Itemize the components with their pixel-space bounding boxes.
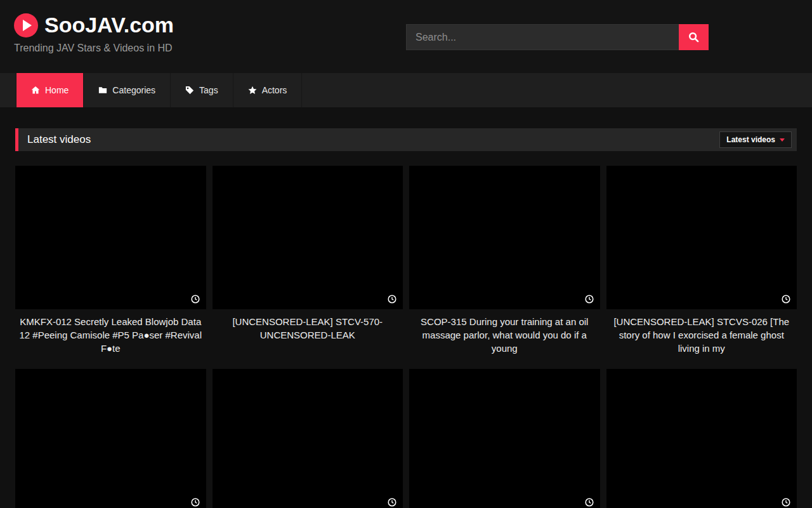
play-triangle-icon xyxy=(23,20,32,31)
video-thumbnail[interactable] xyxy=(606,166,797,309)
video-grid: KMKFX-012 Secretly Leaked Blowjob Data 1… xyxy=(15,166,797,508)
video-card: [UNCENSORED-LEAK] STCVS-026 [The story o… xyxy=(606,166,797,355)
section-header: Latest videos Latest videos xyxy=(15,128,797,151)
search-icon xyxy=(688,32,699,43)
tag-icon xyxy=(185,86,194,95)
video-card: [UNCENSORED-LEAK] MXGS-1296 Absolutely xyxy=(213,369,403,508)
search-button[interactable] xyxy=(679,24,709,50)
nav-item-tags[interactable]: Tags xyxy=(171,73,233,107)
clock-icon xyxy=(191,498,200,507)
clock-icon xyxy=(388,498,396,507)
play-logo-icon xyxy=(14,13,38,37)
search-form xyxy=(406,24,709,50)
sort-dropdown-label: Latest videos xyxy=(726,135,775,144)
video-thumbnail[interactable] xyxy=(606,369,797,508)
video-thumbnail[interactable] xyxy=(409,369,600,508)
chevron-down-icon xyxy=(780,138,785,142)
clock-icon xyxy=(782,295,790,304)
video-title[interactable]: KMKFX-012 Secretly Leaked Blowjob Data 1… xyxy=(18,315,204,355)
video-title[interactable]: [UNCENSORED-LEAK] STCV-570-UNCENSORED-LE… xyxy=(215,315,401,342)
video-title[interactable]: SCOP-315 During your training at an oil … xyxy=(412,315,598,355)
nav-item-label: Categories xyxy=(112,85,155,95)
video-card: [UNCENSORED-LEAK] STCV-570-UNCENSORED-LE… xyxy=(213,166,403,355)
main-nav: Home Categories Tags Actors xyxy=(0,73,812,107)
section-title: Latest videos xyxy=(27,133,719,146)
video-card: [UNCENSORED-LEAK] MLA-231 [3 shots in xyxy=(409,369,600,508)
video-card: SCOP-315 During your training at an oil … xyxy=(409,166,600,355)
clock-icon xyxy=(388,295,396,304)
video-title[interactable]: [UNCENSORED-LEAK] STCVS-026 [The story o… xyxy=(609,315,795,355)
video-thumbnail[interactable] xyxy=(15,369,206,508)
site-title[interactable]: SooJAV.com xyxy=(44,13,174,37)
site-tagline: Trending JAV Stars & Videos in HD xyxy=(14,43,174,54)
site-header: SooJAV.com Trending JAV Stars & Videos i… xyxy=(0,0,812,73)
search-input[interactable] xyxy=(406,24,679,50)
nav-item-categories[interactable]: Categories xyxy=(84,73,171,107)
clock-icon xyxy=(585,295,594,304)
nav-item-label: Home xyxy=(45,85,69,95)
folder-icon xyxy=(98,86,107,95)
nav-item-home[interactable]: Home xyxy=(16,73,84,107)
brand[interactable]: SooJAV.com Trending JAV Stars & Videos i… xyxy=(14,13,174,54)
nav-item-label: Actors xyxy=(262,85,287,95)
video-card: NAMH-042 H Cup Big Tits Newcomer (170cm … xyxy=(15,369,206,508)
video-thumbnail[interactable] xyxy=(409,166,600,309)
sort-dropdown[interactable]: Latest videos xyxy=(719,131,792,148)
home-icon xyxy=(31,86,40,95)
nav-item-label: Tags xyxy=(199,85,218,95)
video-thumbnail[interactable] xyxy=(213,369,403,508)
star-icon xyxy=(248,86,257,95)
video-card: URSM-186 Girl @ Ero Alice xyxy=(606,369,797,508)
clock-icon xyxy=(191,295,200,304)
clock-icon xyxy=(585,498,594,507)
video-thumbnail[interactable] xyxy=(15,166,206,309)
nav-item-actors[interactable]: Actors xyxy=(233,73,303,107)
clock-icon xyxy=(782,498,790,507)
video-thumbnail[interactable] xyxy=(213,166,403,309)
video-card: KMKFX-012 Secretly Leaked Blowjob Data 1… xyxy=(15,166,206,355)
